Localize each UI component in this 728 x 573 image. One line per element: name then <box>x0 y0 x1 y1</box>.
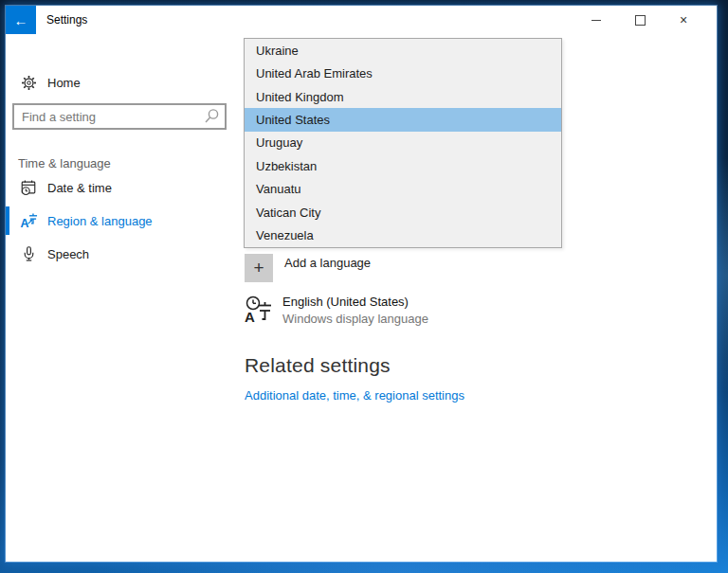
related-settings-heading: Related settings <box>245 354 391 377</box>
svg-text:A: A <box>245 309 255 325</box>
add-language-button[interactable]: + Add a language <box>245 254 371 282</box>
close-button[interactable]: × <box>662 6 705 34</box>
sidebar-item-region-language[interactable]: A Region & language <box>6 206 243 235</box>
sidebar-item-label: Home <box>47 76 81 90</box>
maximize-icon <box>635 15 646 26</box>
titlebar: ← Settings × <box>6 6 717 34</box>
back-button[interactable]: ← <box>6 6 36 34</box>
language-entry-title: English (United States) <box>282 295 428 309</box>
minimize-button[interactable] <box>574 6 618 34</box>
sidebar-item-label: Speech <box>47 247 89 261</box>
country-option[interactable]: United States <box>245 108 561 131</box>
caption-buttons: × <box>574 6 705 34</box>
sidebar-item-date-time[interactable]: Date & time <box>6 173 243 202</box>
sidebar-item-label: Date & time <box>47 181 112 195</box>
country-list: UkraineUnited Arab EmiratesUnited Kingdo… <box>244 38 562 248</box>
sidebar-item-speech[interactable]: Speech <box>6 240 243 268</box>
sidebar-item-label: Region & language <box>47 214 153 228</box>
back-arrow-icon: ← <box>14 12 28 28</box>
sidebar-section-label: Time & language <box>18 156 111 170</box>
gear-icon <box>19 73 38 92</box>
search-input[interactable] <box>20 109 202 125</box>
country-option[interactable]: Uzbekistan <box>245 154 561 177</box>
sidebar: Home Time & language <box>6 34 243 562</box>
calendar-clock-icon <box>19 178 38 197</box>
add-language-label: Add a language <box>284 256 371 270</box>
minimize-icon <box>592 20 601 21</box>
language-entry-subtitle: Windows display language <box>282 312 428 326</box>
settings-window: ← Settings × <box>6 6 717 562</box>
search-box <box>12 103 227 130</box>
svg-text:A: A <box>20 217 28 230</box>
country-option[interactable]: Venezuela <box>245 224 561 247</box>
language-entry[interactable]: A English (United States) Windows displa… <box>245 295 428 326</box>
country-option[interactable]: Vanuatu <box>245 178 561 201</box>
sidebar-item-home[interactable]: Home <box>6 69 243 96</box>
additional-settings-link[interactable]: Additional date, time, & regional settin… <box>245 388 464 403</box>
country-option[interactable]: Uruguay <box>245 132 561 154</box>
plus-icon[interactable]: + <box>245 254 273 282</box>
country-option[interactable]: Ukraine <box>245 39 561 62</box>
country-option[interactable]: United Arab Emirates <box>245 62 561 84</box>
window-title: Settings <box>46 6 87 34</box>
language-entry-texts: English (United States) Windows display … <box>282 295 428 326</box>
maximize-button[interactable] <box>618 6 662 34</box>
microphone-icon <box>19 244 38 263</box>
region-language-icon: A <box>19 211 38 230</box>
search-icon[interactable] <box>202 107 221 126</box>
country-option[interactable]: United Kingdom <box>245 85 561 108</box>
display-language-icon: A <box>245 295 273 325</box>
close-icon: × <box>680 13 687 27</box>
country-option[interactable]: Vatican City <box>245 201 561 224</box>
